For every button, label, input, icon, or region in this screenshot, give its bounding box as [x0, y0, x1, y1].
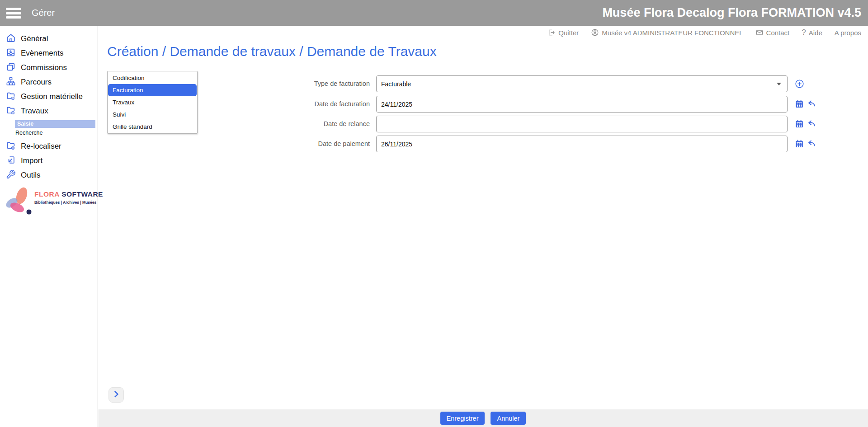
- sidebar-item-import[interactable]: Import: [0, 154, 98, 168]
- form-row-date-paiement: Date de paiement: [0, 136, 868, 152]
- calendar-icon[interactable]: [794, 99, 804, 111]
- undo-icon[interactable]: [807, 99, 817, 111]
- calendar-icon[interactable]: [794, 119, 804, 131]
- date-facturation-input[interactable]: [376, 96, 788, 113]
- header-links-bar: Quitter Musée v4 ADMINISTRATEUR FONCTION…: [98, 26, 868, 39]
- chevron-right-icon: [112, 389, 121, 400]
- undo-icon[interactable]: [807, 139, 817, 150]
- chevron-down-icon: [777, 83, 781, 85]
- undo-icon[interactable]: [807, 119, 817, 131]
- plus-circle-icon[interactable]: [794, 79, 805, 91]
- calendar-icon[interactable]: [794, 139, 804, 150]
- inbox-icon: [6, 47, 16, 59]
- type-facturation-select[interactable]: Facturable: [376, 75, 788, 92]
- question-icon: ?: [802, 28, 806, 37]
- date-paiement-input[interactable]: [376, 136, 788, 152]
- logo-brand-software: SOFTWARE: [61, 190, 103, 198]
- field-label: Date de relance: [244, 120, 370, 127]
- date-relance-input[interactable]: [376, 116, 788, 132]
- form-row-date-facturation: Date de facturation: [0, 96, 868, 113]
- form-row-date-relance: Date de relance: [0, 116, 868, 132]
- menu-label[interactable]: Gérer: [32, 0, 55, 26]
- user-circle-icon: [591, 28, 599, 37]
- field-label: Date de paiement: [244, 140, 370, 147]
- field-label: Type de facturation: [244, 80, 370, 87]
- field-label: Date de facturation: [244, 100, 370, 108]
- page-title: Création / Demande de travaux / Demande …: [107, 44, 437, 59]
- logo-tagline: Bibliothèques | Archives | Musées: [34, 200, 103, 205]
- cancel-button[interactable]: Annuler: [491, 412, 526, 425]
- hamburger-menu-icon[interactable]: [6, 8, 21, 19]
- home-icon: [6, 33, 16, 45]
- quit-link[interactable]: Quitter: [547, 28, 579, 37]
- sidebar-item-outils[interactable]: Outils: [0, 168, 98, 183]
- about-link[interactable]: A propos: [835, 29, 861, 37]
- user-link[interactable]: Musée v4 ADMINISTRATEUR FONCTIONNEL: [591, 28, 743, 37]
- logo-brand-flora: FLORA: [34, 190, 59, 198]
- windows-icon: [6, 62, 16, 74]
- app-title: Musée Flora Decalog Flora FORMATION v4.5: [602, 0, 861, 26]
- action-bar: Enregistrer Annuler: [98, 409, 868, 427]
- sidebar-item-general[interactable]: Général: [0, 32, 98, 46]
- sidebar-item-commissions[interactable]: Commissions: [0, 61, 98, 75]
- contact-link[interactable]: Contact: [755, 28, 790, 37]
- sidebar-item-evenements[interactable]: Evènements: [0, 46, 98, 61]
- topbar: Gérer Musée Flora Decalog Flora FORMATIO…: [0, 0, 868, 26]
- save-button[interactable]: Enregistrer: [440, 412, 485, 425]
- import-icon: [6, 155, 16, 167]
- help-link[interactable]: ? Aide: [802, 28, 822, 37]
- flora-software-logo: FLORA SOFTWARE Bibliothèques | Archives …: [4, 185, 96, 220]
- logout-icon: [547, 28, 556, 37]
- expand-panel-button[interactable]: [108, 387, 124, 403]
- mail-icon: [755, 28, 764, 37]
- form-row-type-facturation: Type de facturation Facturable: [0, 75, 868, 92]
- flora-petals-icon: [4, 185, 33, 219]
- wrench-icon: [6, 169, 16, 181]
